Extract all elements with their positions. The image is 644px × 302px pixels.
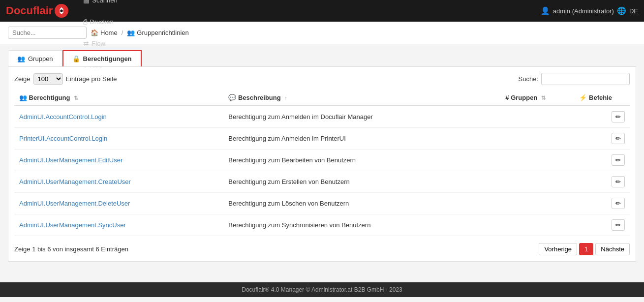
entries-right: Suche:	[519, 73, 630, 85]
drucken-icon: ⎙	[83, 18, 87, 26]
group-icon: 👥	[127, 29, 135, 36]
permission-link-1[interactable]: PrinterUI.AccountControl.Login	[19, 135, 107, 142]
table-row: AdminUI.UserManagement.EditUser Berechti…	[14, 150, 630, 171]
data-table: 👥 Berechtigung ⇅ 💬 Beschreibung ↑ # Grup…	[14, 90, 630, 236]
groups-cell	[500, 150, 574, 171]
logo-flair: flair	[33, 4, 53, 17]
scannen-label: Scannen	[92, 0, 117, 4]
col-header-beschreibung[interactable]: 💬 Beschreibung ↑	[223, 90, 500, 106]
pagination: Vorherige 1 Nächste	[539, 243, 630, 255]
groups-cell	[500, 193, 574, 214]
permission-link-2[interactable]: AdminUI.UserManagement.EditUser	[19, 156, 123, 164]
description-cell: Berechtigung zum Löschen von Benutzern	[223, 193, 500, 214]
edit-button-1[interactable]: ✏	[612, 133, 625, 144]
table-search-input[interactable]	[541, 73, 630, 85]
table-row: PrinterUI.AccountControl.Login Berechtig…	[14, 128, 630, 150]
footer-text: Docuflair® 4.0 Manager © Administrator.a…	[242, 286, 402, 293]
actions-cell: ✏	[574, 128, 630, 150]
tab-berechtigungen-icon: 🔒	[72, 55, 80, 62]
breadcrumb-current-label: Gruppenrichtlinien	[137, 29, 189, 36]
table-panel: Zeige 100 25 50 Einträge pro Seite Suche…	[8, 66, 636, 262]
permission-link-4[interactable]: AdminUI.UserManagement.DeleteUser	[19, 200, 130, 207]
table-search-label: Suche:	[519, 75, 538, 83]
home-icon: 🏠	[91, 29, 98, 36]
sort-icon-beschreibung: ↑	[284, 95, 287, 101]
sort-icon-gruppen: ⇅	[541, 95, 546, 101]
description-cell: Berechtigung zum Bearbeiten von Benutzer…	[223, 150, 500, 171]
pagination-row: Zeige 1 bis 6 von insgesamt 6 Einträgen …	[14, 243, 630, 255]
user-icon: 👤	[541, 6, 550, 15]
scannen-icon: ▦	[83, 0, 90, 4]
global-search-input[interactable]	[8, 27, 87, 39]
col-header-berechtigung[interactable]: 👥 Berechtigung ⇅	[14, 90, 223, 106]
table-body: AdminUI.AccountControl.Login Berechtigun…	[14, 106, 630, 236]
next-page-button[interactable]: Nächste	[595, 243, 630, 255]
permission-cell: AdminUI.UserManagement.DeleteUser	[14, 193, 223, 214]
groups-cell	[500, 128, 574, 150]
nav-item-scannen[interactable]: ▦Scannen	[78, 0, 122, 11]
edit-button-2[interactable]: ✏	[612, 154, 625, 166]
flow-label: Flow	[92, 40, 105, 47]
table-row: AdminUI.AccountControl.Login Berechtigun…	[14, 106, 630, 128]
edit-button-5[interactable]: ✏	[612, 219, 625, 231]
groups-cell	[500, 214, 574, 236]
edit-button-4[interactable]: ✏	[612, 198, 625, 209]
sort-icon-berechtigung: ⇅	[74, 95, 78, 101]
breadcrumb-home-label: Home	[100, 29, 118, 36]
entries-label: Zeige	[14, 75, 31, 83]
description-cell: Berechtigung zum Anmelden im Docuflair M…	[223, 106, 500, 128]
table-row: AdminUI.UserManagement.CreateUser Berech…	[14, 171, 630, 193]
showing-text: Zeige 1 bis 6 von insgesamt 6 Einträgen	[14, 245, 128, 253]
logo: Docuflair	[6, 4, 68, 18]
user-label: admin (Administrator)	[553, 7, 614, 15]
logo-docu: Docu	[6, 4, 33, 17]
lang-label: DE	[629, 7, 638, 15]
tab-gruppen-label: Gruppen	[28, 55, 53, 62]
permission-cell: PrinterUI.AccountControl.Login	[14, 128, 223, 150]
logo-icon	[55, 4, 68, 18]
table-header-row: 👥 Berechtigung ⇅ 💬 Beschreibung ↑ # Grup…	[14, 90, 630, 106]
page-1-button[interactable]: 1	[579, 243, 593, 255]
main-content: 👥Gruppen🔒Berechtigungen Zeige 100 25 50 …	[0, 44, 644, 268]
table-row: AdminUI.UserManagement.SyncUser Berechti…	[14, 214, 630, 236]
edit-button-3[interactable]: ✏	[612, 176, 625, 187]
prev-page-button[interactable]: Vorherige	[539, 243, 577, 255]
tab-berechtigungen[interactable]: 🔒Berechtigungen	[62, 50, 142, 66]
tabs: 👥Gruppen🔒Berechtigungen	[8, 50, 636, 66]
drucken-label: Drucken	[90, 18, 113, 26]
edit-button-0[interactable]: ✏	[612, 111, 625, 122]
entries-select[interactable]: 100 25 50	[33, 73, 63, 85]
permission-link-0[interactable]: AdminUI.AccountControl.Login	[19, 113, 107, 121]
col-header-befehle: ⚡ Befehle	[574, 90, 630, 106]
actions-cell: ✏	[574, 106, 630, 128]
permission-link-3[interactable]: AdminUI.UserManagement.CreateUser	[19, 178, 131, 185]
description-cell: Berechtigung zum Synchronisieren von Ben…	[223, 214, 500, 236]
permission-link-5[interactable]: AdminUI.UserManagement.SyncUser	[19, 221, 126, 229]
tab-gruppen[interactable]: 👥Gruppen	[8, 50, 62, 66]
description-cell: Berechtigung zum Anmelden im PrinterUI	[223, 128, 500, 150]
actions-cell: ✏	[574, 193, 630, 214]
groups-cell	[500, 106, 574, 128]
tab-gruppen-icon: 👥	[17, 55, 25, 62]
actions-cell: ✏	[574, 171, 630, 193]
permission-cell: AdminUI.AccountControl.Login	[14, 106, 223, 128]
permission-cell: AdminUI.UserManagement.EditUser	[14, 150, 223, 171]
col-header-gruppen[interactable]: # Gruppen ⇅	[500, 90, 574, 106]
footer: Docuflair® 4.0 Manager © Administrator.a…	[0, 282, 644, 297]
flow-icon: ⇄	[83, 39, 89, 47]
breadcrumb-separator: /	[122, 29, 123, 36]
tab-berechtigungen-label: Berechtigungen	[83, 55, 132, 62]
actions-cell: ✏	[574, 214, 630, 236]
svg-point-0	[61, 9, 63, 12]
permission-cell: AdminUI.UserManagement.CreateUser	[14, 171, 223, 193]
topnav-right: 👤 admin (Administrator) 🌐 DE	[541, 6, 638, 15]
globe-icon: 🌐	[617, 6, 626, 15]
permission-cell: AdminUI.UserManagement.SyncUser	[14, 214, 223, 236]
breadcrumb-current: 👥 Gruppenrichtlinien	[127, 29, 189, 36]
top-navigation: Docuflair ⚙System☐Geräte▦Scannen⎙Drucken…	[0, 0, 644, 22]
description-cell: Berechtigung zum Erstellen von Benutzern	[223, 171, 500, 193]
groups-cell	[500, 171, 574, 193]
actions-cell: ✏	[574, 150, 630, 171]
breadcrumb-home[interactable]: 🏠 Home	[91, 29, 118, 36]
entries-suffix-label: Einträge pro Seite	[66, 75, 117, 83]
